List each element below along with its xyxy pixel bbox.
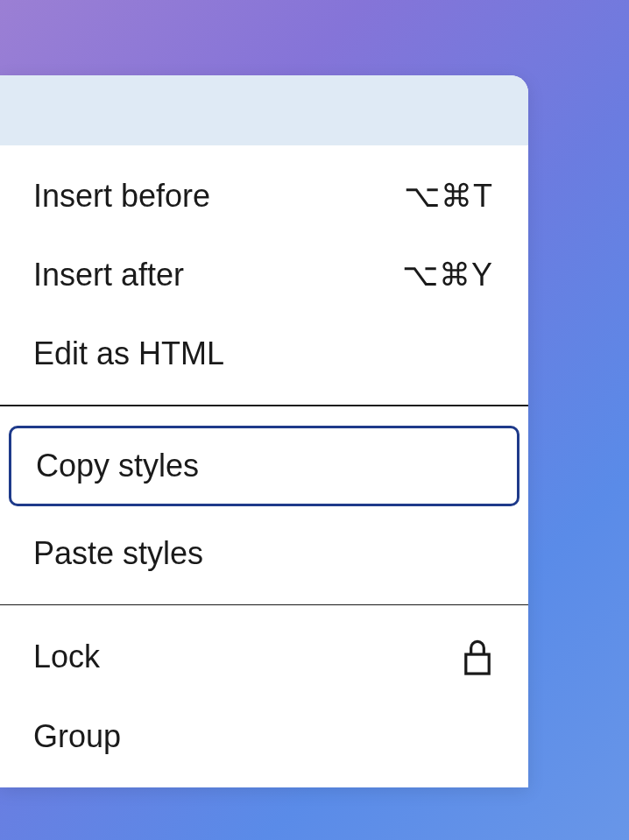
menu-item-label: Edit as HTML xyxy=(33,335,224,372)
menu-section: Insert before ⌥⌘T Insert after ⌥⌘Y Edit … xyxy=(0,145,528,405)
menu-section: Lock Group xyxy=(0,605,528,787)
menu-item-paste-styles[interactable]: Paste styles xyxy=(0,514,528,593)
menu-item-label: Copy styles xyxy=(36,448,199,484)
menu-header xyxy=(0,75,528,145)
menu-item-copy-styles[interactable]: Copy styles xyxy=(9,426,519,506)
menu-item-label: Insert before xyxy=(33,178,210,215)
menu-item-group[interactable]: Group xyxy=(0,697,528,776)
menu-item-label: Lock xyxy=(33,639,100,675)
menu-section: Copy styles Paste styles xyxy=(0,406,528,604)
menu-item-label: Paste styles xyxy=(33,535,203,572)
menu-item-shortcut: ⌥⌘T xyxy=(404,178,493,215)
svg-rect-0 xyxy=(466,654,489,674)
menu-item-edit-html[interactable]: Edit as HTML xyxy=(0,314,528,393)
menu-item-lock[interactable]: Lock xyxy=(0,617,528,697)
lock-icon xyxy=(462,638,493,676)
menu-item-label: Group xyxy=(33,718,121,755)
menu-item-label: Insert after xyxy=(33,257,184,293)
menu-item-shortcut: ⌥⌘Y xyxy=(402,257,493,293)
menu-item-insert-before[interactable]: Insert before ⌥⌘T xyxy=(0,157,528,236)
menu-item-insert-after[interactable]: Insert after ⌥⌘Y xyxy=(0,236,528,314)
context-menu: Insert before ⌥⌘T Insert after ⌥⌘Y Edit … xyxy=(0,75,528,787)
